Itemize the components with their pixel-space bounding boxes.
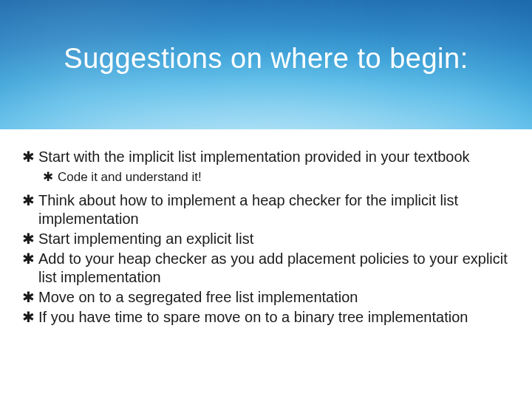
star-icon: ✱ — [22, 230, 38, 248]
bullet-item: ✱ Think about how to implement a heap ch… — [22, 191, 510, 228]
bullet-item: ✱ Move on to a segregated free list impl… — [22, 288, 510, 307]
bullet-item: ✱ Start with the implicit list implement… — [22, 148, 510, 166]
bullet-text: Add to your heap checker as you add plac… — [38, 250, 510, 287]
bullet-text: Code it and understand it! — [58, 169, 510, 185]
bullet-text: If you have time to spare move on to a b… — [38, 308, 510, 327]
slide-body: ✱ Start with the implicit list implement… — [22, 148, 510, 328]
slide: Suggestions on where to begin: ✱ Start w… — [0, 0, 532, 399]
bullet-text: Move on to a segregated free list implem… — [38, 288, 510, 307]
bullet-item: ✱ Start implementing an explicit list — [22, 230, 510, 248]
bullet-text: Start with the implicit list implementat… — [38, 148, 510, 166]
star-icon: ✱ — [22, 191, 38, 210]
star-icon: ✱ — [22, 148, 38, 166]
star-icon: ✱ — [22, 308, 38, 327]
star-icon: ✱ — [22, 288, 38, 307]
bullet-text: Think about how to implement a heap chec… — [38, 191, 510, 228]
bullet-item: ✱ Add to your heap checker as you add pl… — [22, 250, 510, 287]
star-icon: ✱ — [22, 250, 38, 268]
sub-bullet-item: ✱ Code it and understand it! — [43, 169, 510, 185]
bullet-item: ✱ If you have time to spare move on to a… — [22, 308, 510, 327]
slide-title: Suggestions on where to begin: — [0, 43, 532, 75]
bullet-text: Start implementing an explicit list — [38, 230, 510, 248]
star-icon: ✱ — [43, 169, 58, 185]
